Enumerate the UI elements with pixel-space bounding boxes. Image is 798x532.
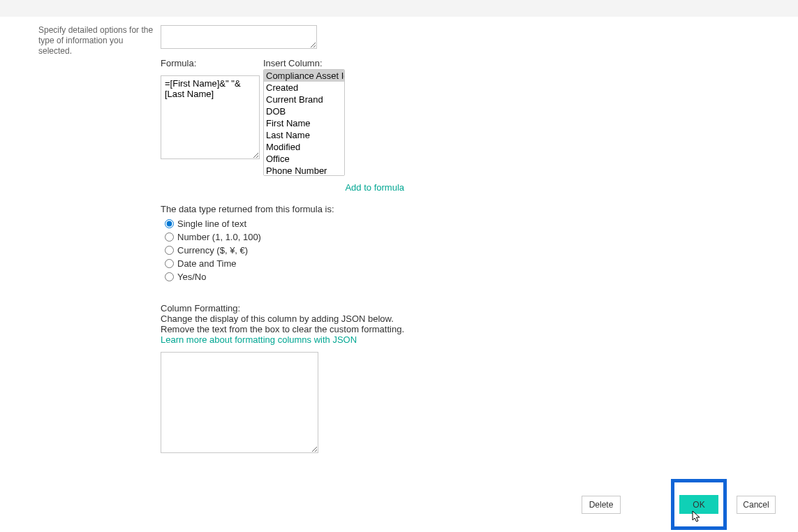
add-to-formula-link[interactable]: Add to formula: [219, 182, 404, 193]
data-type-option-label: Currency ($, ¥, €): [177, 245, 248, 256]
data-type-option[interactable]: Yes/No: [161, 270, 404, 283]
column-formatting-help-2: Remove the text from the box to clear th…: [161, 324, 404, 334]
insert-column-list[interactable]: Compliance Asset IdCreatedCurrent BrandD…: [263, 69, 345, 176]
formula-input[interactable]: [161, 75, 260, 159]
data-type-option[interactable]: Date and Time: [161, 257, 404, 270]
data-type-option[interactable]: Currency ($, ¥, €): [161, 244, 404, 257]
json-formatting-link[interactable]: Learn more about formatting columns with…: [161, 334, 404, 345]
column-option[interactable]: Modified: [264, 141, 344, 153]
ok-button[interactable]: OK: [679, 495, 718, 514]
data-type-option-label: Single line of text: [177, 219, 246, 229]
data-type-radio-group: Single line of textNumber (1, 1.0, 100)C…: [161, 217, 404, 283]
column-option[interactable]: Created: [264, 82, 344, 94]
button-bar: Delete OK Cancel: [0, 455, 798, 530]
column-option[interactable]: Last Name: [264, 129, 344, 141]
section-description: Specify detailed options for the type of…: [38, 25, 157, 57]
main-column: Formula: Insert Column: Compliance Asset…: [161, 25, 404, 455]
data-type-radio[interactable]: [165, 272, 174, 281]
ribbon-bar: [0, 0, 798, 17]
formula-row: Formula: Insert Column: Compliance Asset…: [161, 58, 404, 176]
data-type-label: The data type returned from this formula…: [161, 204, 404, 214]
formula-label: Formula:: [161, 58, 260, 68]
insert-column-label: Insert Column:: [263, 58, 345, 68]
data-type-option-label: Date and Time: [177, 258, 237, 269]
data-type-radio[interactable]: [165, 259, 174, 268]
data-type-radio[interactable]: [165, 219, 174, 228]
formula-section: Formula:: [161, 58, 260, 161]
cancel-button[interactable]: Cancel: [737, 496, 776, 514]
data-type-option[interactable]: Number (1, 1.0, 100): [161, 230, 404, 244]
insert-column-section: Insert Column: Compliance Asset IdCreate…: [263, 58, 345, 176]
column-option[interactable]: Compliance Asset Id: [264, 70, 344, 82]
delete-button[interactable]: Delete: [582, 496, 621, 514]
column-option[interactable]: Office: [264, 153, 344, 165]
column-option[interactable]: Phone Number: [264, 165, 344, 176]
column-formatting-label: Column Formatting:: [161, 303, 404, 313]
ok-highlight-box: OK: [671, 479, 727, 530]
description-input[interactable]: [161, 25, 317, 49]
column-option[interactable]: DOB: [264, 105, 344, 117]
data-type-option[interactable]: Single line of text: [161, 217, 404, 230]
data-type-radio[interactable]: [165, 232, 174, 242]
column-formatting-help-1: Change the display of this column by add…: [161, 313, 404, 324]
data-type-option-label: Number (1, 1.0, 100): [177, 232, 261, 242]
data-type-option-label: Yes/No: [177, 272, 206, 282]
column-option[interactable]: Current Brand: [264, 94, 344, 105]
column-option[interactable]: First Name: [264, 117, 344, 129]
data-type-radio[interactable]: [165, 246, 174, 255]
settings-content: Specify detailed options for the type of…: [0, 17, 798, 455]
json-formatting-input[interactable]: [161, 352, 318, 453]
